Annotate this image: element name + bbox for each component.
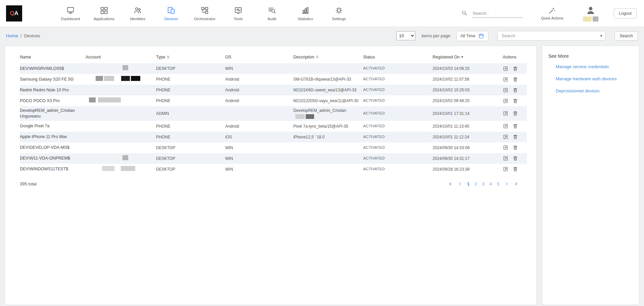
breadcrumb: Home / Devices <box>6 33 40 38</box>
cell-actions <box>503 109 527 118</box>
last-page-button[interactable] <box>514 182 518 186</box>
page-number-1[interactable]: 1 <box>467 181 469 186</box>
device-details-icon[interactable] <box>503 156 508 161</box>
nav-dashboard[interactable]: Dashboard <box>54 6 87 21</box>
redaction-block <box>104 76 114 81</box>
cell-os: Android <box>225 122 293 131</box>
delete-device-icon[interactable] <box>512 123 518 129</box>
delete-device-icon[interactable] <box>512 166 518 172</box>
delete-device-icon[interactable] <box>512 66 518 72</box>
column-header-description: Description⇅ <box>293 55 363 59</box>
prev-page-button[interactable] <box>458 182 462 186</box>
device-details-icon[interactable] <box>503 134 508 140</box>
first-page-button[interactable] <box>448 182 453 186</box>
cell-account <box>86 96 156 105</box>
account-redaction <box>89 97 121 102</box>
cell-registered-on: 2024/10/02 09:46:20 <box>433 96 503 105</box>
cell-type: DESKTOP <box>156 165 225 174</box>
cell-os: WIN <box>225 64 293 73</box>
delete-device-icon[interactable] <box>512 111 518 116</box>
nav-orchestrator-label: Orchestrator <box>194 17 215 21</box>
see-more-links: Manage service credentials Manage hardwa… <box>548 64 633 93</box>
cell-registered-on: 2024/09/30 14:31:17 <box>433 154 503 163</box>
table-row: DEV\WINDOWS11TEST$ DESKTOP WIN ACTIVATED… <box>20 164 527 175</box>
nav-statistics[interactable]: Statistics <box>289 6 322 21</box>
next-page-button[interactable] <box>504 182 509 186</box>
main-nav: Dashboard Applications Identities Device… <box>54 6 356 21</box>
cell-account <box>86 146 156 149</box>
cell-description: Pixel 7a-lynx_beta/15@API-35 <box>293 122 363 131</box>
dashboard-icon <box>66 6 75 15</box>
quick-actions[interactable]: Quick Actions <box>541 6 563 20</box>
logout-button[interactable]: Logout <box>614 8 637 18</box>
delete-device-icon[interactable] <box>512 87 518 93</box>
sort-icon[interactable]: ⇅ <box>316 55 319 59</box>
delete-device-icon[interactable] <box>512 134 518 140</box>
devices-icon <box>167 6 176 15</box>
chevron-down-icon[interactable]: ▾ <box>600 34 602 38</box>
nav-devices-label: Devices <box>164 17 178 21</box>
delete-device-icon[interactable] <box>512 156 518 161</box>
content: Name Account Type⇅ OS Description⇅ Statu… <box>0 45 644 305</box>
cell-account <box>86 164 156 174</box>
table-row: DEV\DEVELOP-VDA-MS$ DESKTOP WIN ACTIVATE… <box>20 142 527 153</box>
table-search-combobox[interactable]: ▾ <box>497 31 605 41</box>
sort-icon[interactable]: ⇅ <box>167 55 169 59</box>
device-details-icon[interactable] <box>503 66 508 72</box>
device-details-icon[interactable] <box>503 123 508 129</box>
device-details-icon[interactable] <box>503 145 508 150</box>
cell-os: WIN <box>225 165 293 174</box>
nav-applications-label: Applications <box>94 17 114 21</box>
nav-statistics-label: Statistics <box>298 17 313 21</box>
table-search-button[interactable]: Search <box>614 31 638 41</box>
cell-status: ACTIVATED <box>363 165 433 174</box>
page-number-5[interactable]: 5 <box>497 181 499 186</box>
cell-account <box>86 74 156 84</box>
cell-type: DESKTOP <box>156 64 225 73</box>
delete-device-icon[interactable] <box>512 77 518 82</box>
device-details-icon[interactable] <box>503 77 508 82</box>
audit-icon <box>267 6 276 15</box>
cell-actions <box>503 75 527 84</box>
delete-device-icon[interactable] <box>512 145 518 150</box>
table-row: POCO POCO X3 Pro PHONE Android M2102J20S… <box>20 95 527 106</box>
device-details-icon[interactable] <box>503 111 508 116</box>
account-redaction <box>122 65 128 70</box>
nav-settings[interactable]: Settings <box>322 6 356 21</box>
sort-desc-icon[interactable]: ▾ <box>461 55 463 59</box>
statistics-icon <box>301 6 310 15</box>
cell-name: DEV\W11-VDA-ONPREM$ <box>20 154 86 163</box>
search-icon[interactable] <box>461 10 467 16</box>
cell-status: ACTIVATED <box>363 96 433 105</box>
deprovisioned-devices-link[interactable]: Deprovisioned devices <box>556 88 633 93</box>
nav-devices[interactable]: Devices <box>154 6 188 21</box>
column-header-account: Account <box>86 55 156 59</box>
page-number-3[interactable]: 3 <box>482 181 484 186</box>
nav-audit[interactable]: Audit <box>255 6 289 21</box>
nav-applications[interactable]: Applications <box>87 6 121 21</box>
device-details-icon[interactable] <box>503 87 508 93</box>
manage-hardware-auth-devices-link[interactable]: Manage hardware auth devices <box>556 76 633 81</box>
page-number-2[interactable]: 2 <box>475 181 477 186</box>
nav-orchestrator[interactable]: Orchestrator <box>188 6 221 21</box>
table-search-input[interactable] <box>501 33 600 38</box>
manage-service-credentials-link[interactable]: Manage service credentials <box>556 64 633 69</box>
cell-registered-on: 2024/10/02 10:25:03 <box>433 86 503 94</box>
cell-status: ACTIVATED <box>363 143 433 152</box>
cell-type: ADMIN <box>156 109 225 118</box>
global-search-input[interactable] <box>472 9 523 18</box>
avatar-icon[interactable] <box>586 5 596 15</box>
nav-tools[interactable]: Tools <box>221 6 255 21</box>
breadcrumb-home-link[interactable]: Home <box>6 33 18 38</box>
device-details-icon[interactable] <box>503 98 508 104</box>
delete-device-icon[interactable] <box>512 98 518 104</box>
cell-os: iOS <box>225 133 293 141</box>
device-details-icon[interactable] <box>503 166 508 172</box>
topnav-right: Quick Actions Logout <box>461 5 637 21</box>
brand-logo[interactable]: QA <box>6 5 22 21</box>
cell-type: PHONE <box>156 133 225 141</box>
page-number-4[interactable]: 4 <box>490 181 492 186</box>
nav-identities[interactable]: Identities <box>121 6 154 21</box>
time-filter-button[interactable]: All Time <box>456 31 488 41</box>
page-size-select[interactable]: 10 <box>396 31 415 40</box>
